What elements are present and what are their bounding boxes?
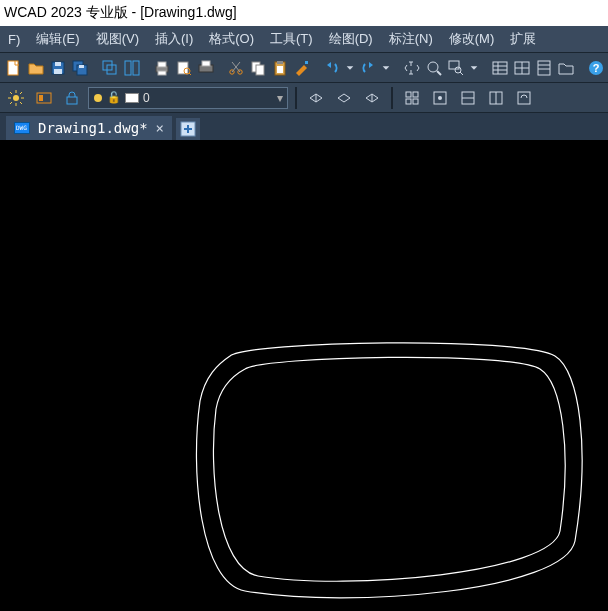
new-tab-button[interactable] xyxy=(176,118,200,140)
window-cascade-button[interactable] xyxy=(100,56,120,80)
svg-rect-2 xyxy=(55,62,61,66)
svg-rect-62 xyxy=(413,99,418,104)
layer-dropdown[interactable]: 🔓 0 ▾ xyxy=(88,87,288,109)
toolbar-sep xyxy=(391,87,393,109)
svg-rect-28 xyxy=(305,61,308,64)
title-bar: WCAD 2023 专业版 - [Drawing1.dwg] xyxy=(0,0,608,26)
drawing-svg xyxy=(0,141,608,611)
menu-file[interactable]: F) xyxy=(0,26,28,52)
menu-tools[interactable]: 工具(T) xyxy=(262,26,321,52)
svg-rect-0 xyxy=(8,61,18,75)
grid-button[interactable] xyxy=(512,56,532,80)
copy-button[interactable] xyxy=(248,56,268,80)
menu-modify[interactable]: 修改(M) xyxy=(441,26,503,52)
menu-edit[interactable]: 编辑(E) xyxy=(28,26,87,52)
pan-button[interactable] xyxy=(402,56,422,80)
svg-line-30 xyxy=(437,71,441,75)
menu-format[interactable]: 格式(O) xyxy=(201,26,262,52)
file-tab-active[interactable]: Drawing1.dwg* × xyxy=(6,116,172,140)
svg-line-16 xyxy=(189,73,191,75)
svg-rect-41 xyxy=(538,61,550,75)
cut-button[interactable] xyxy=(226,56,246,80)
svg-rect-12 xyxy=(158,62,166,67)
svg-rect-9 xyxy=(125,61,131,75)
undo-dropdown[interactable] xyxy=(344,56,356,80)
svg-rect-34 xyxy=(493,62,507,74)
svg-point-46 xyxy=(13,95,19,101)
block-attr-button[interactable] xyxy=(484,86,508,110)
svg-rect-31 xyxy=(449,61,459,69)
zoom-extents-button[interactable] xyxy=(424,56,444,80)
svg-rect-24 xyxy=(256,65,264,75)
file-tabbar: Drawing1.dwg* × xyxy=(0,113,608,141)
plus-icon xyxy=(180,121,196,137)
svg-rect-13 xyxy=(158,71,166,75)
block-button[interactable] xyxy=(400,86,424,110)
layer-toolbar: 🔓 0 ▾ xyxy=(0,83,608,113)
drawing-canvas[interactable] xyxy=(0,141,608,611)
svg-line-53 xyxy=(20,92,22,94)
svg-rect-18 xyxy=(202,61,210,66)
open-button[interactable] xyxy=(26,56,46,80)
zoom-window-button[interactable] xyxy=(446,56,466,80)
menu-view[interactable]: 视图(V) xyxy=(88,26,147,52)
close-tab-button[interactable]: × xyxy=(156,120,164,136)
svg-rect-59 xyxy=(406,92,411,97)
app-title: WCAD 2023 专业版 - [Drawing1.dwg] xyxy=(4,4,237,22)
menu-draw[interactable]: 绘图(D) xyxy=(321,26,381,52)
svg-text:?: ? xyxy=(593,62,600,74)
svg-rect-3 xyxy=(54,69,62,74)
iso-left-button[interactable] xyxy=(304,86,328,110)
block-edit-button[interactable] xyxy=(428,86,452,110)
redo-button[interactable] xyxy=(358,56,378,80)
block-ref-button[interactable] xyxy=(456,86,480,110)
standard-toolbar: ? xyxy=(0,53,608,83)
file-tab-name: Drawing1.dwg* xyxy=(38,120,148,136)
layer-name: 0 xyxy=(143,91,150,105)
new-doc-button[interactable] xyxy=(4,56,24,80)
sun-icon-button[interactable] xyxy=(4,86,28,110)
svg-rect-69 xyxy=(518,92,530,104)
help-button[interactable]: ? xyxy=(586,56,606,80)
svg-rect-61 xyxy=(406,99,411,104)
svg-point-29 xyxy=(428,62,438,72)
svg-rect-10 xyxy=(133,61,139,75)
save-button[interactable] xyxy=(48,56,68,80)
window-tile-button[interactable] xyxy=(122,56,142,80)
svg-point-58 xyxy=(94,94,102,102)
svg-line-52 xyxy=(20,102,22,104)
paste-button[interactable] xyxy=(270,56,290,80)
iso-right-button[interactable] xyxy=(360,86,384,110)
folder-button[interactable] xyxy=(556,56,576,80)
layer-state-button[interactable] xyxy=(32,86,56,110)
undo-button[interactable] xyxy=(322,56,342,80)
props-button[interactable] xyxy=(534,56,554,80)
menu-insert[interactable]: 插入(I) xyxy=(147,26,201,52)
match-prop-button[interactable] xyxy=(292,56,312,80)
print-button[interactable] xyxy=(152,56,172,80)
plot-button[interactable] xyxy=(196,56,216,80)
print-preview-button[interactable] xyxy=(174,56,194,80)
svg-rect-56 xyxy=(39,95,43,101)
chevron-down-icon: ▾ xyxy=(277,91,283,105)
zoom-dropdown[interactable] xyxy=(468,56,480,80)
svg-rect-27 xyxy=(277,66,283,73)
menu-extend[interactable]: 扩展 xyxy=(502,26,544,52)
layer-color-swatch xyxy=(125,93,139,103)
menu-bar: F) 编辑(E) 视图(V) 插入(I) 格式(O) 工具(T) 绘图(D) 标… xyxy=(0,26,608,53)
dwg-icon xyxy=(14,122,30,134)
svg-line-54 xyxy=(10,102,12,104)
block-sync-button[interactable] xyxy=(512,86,536,110)
table-button[interactable] xyxy=(490,56,510,80)
svg-rect-60 xyxy=(413,92,418,97)
svg-rect-6 xyxy=(79,65,84,68)
menu-dimension[interactable]: 标注(N) xyxy=(381,26,441,52)
svg-point-64 xyxy=(438,96,442,100)
layer-lock-button[interactable] xyxy=(60,86,84,110)
svg-rect-57 xyxy=(67,97,77,104)
toolbar-sep xyxy=(295,87,297,109)
iso-top-button[interactable] xyxy=(332,86,356,110)
svg-line-51 xyxy=(10,92,12,94)
saveall-button[interactable] xyxy=(70,56,90,80)
redo-dropdown[interactable] xyxy=(380,56,392,80)
